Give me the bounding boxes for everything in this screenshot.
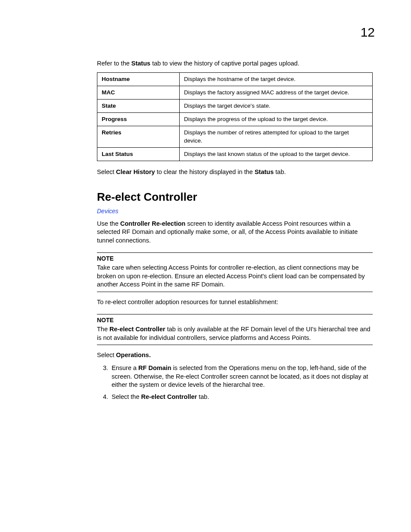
section-heading: Re-elect Controller xyxy=(97,190,373,205)
steps-list: Ensure a RF Domain is selected from the … xyxy=(97,364,373,401)
text: tab. xyxy=(274,168,286,175)
text: Use the xyxy=(97,220,120,227)
table-value: Displays the hostname of the target devi… xyxy=(180,72,373,86)
table-value: Displays the number of retires attempted… xyxy=(180,126,373,147)
page-content: Refer to the Status tab to view the hist… xyxy=(97,59,373,404)
text: Ensure a xyxy=(112,364,138,371)
table-value: Displays the progress of the upload to t… xyxy=(180,113,373,126)
table-row: Hostname Displays the hostname of the ta… xyxy=(97,72,373,86)
step-item: Ensure a RF Domain is selected from the … xyxy=(110,364,373,389)
note-label: NOTE xyxy=(97,316,373,324)
note-label: NOTE xyxy=(97,255,373,263)
table-key: MAC xyxy=(97,86,180,99)
table-key: Hostname xyxy=(97,72,180,86)
reelect-controller-ref: Re-elect Controller xyxy=(109,326,165,333)
devices-link[interactable]: Devices xyxy=(97,207,373,215)
table-key: Last Status xyxy=(97,147,180,161)
status-tab-ref: Status xyxy=(131,60,150,67)
table-key: State xyxy=(97,100,180,113)
table-row: Last Status Displays the last known stat… xyxy=(97,147,373,161)
clear-history-ref: Clear History xyxy=(116,168,155,175)
table-row: State Displays the target device's state… xyxy=(97,100,373,113)
status-tab-ref: Status xyxy=(255,168,274,175)
table-value: Displays the target device's state. xyxy=(180,100,373,113)
table-row: Retries Displays the number of retires a… xyxy=(97,126,373,147)
note-block: NOTE The Re-elect Controller tab is only… xyxy=(97,314,373,345)
text: Select xyxy=(97,352,116,358)
table-row: MAC Displays the factory assigned MAC ad… xyxy=(97,86,373,99)
text: tab. xyxy=(197,393,209,400)
section-intro-paragraph: Use the Controller Re-election screen to… xyxy=(97,220,373,245)
rf-domain-ref: RF Domain xyxy=(138,364,171,371)
controller-reelection-ref: Controller Re-election xyxy=(120,220,185,227)
step-item: Select the Re-elect Controller tab. xyxy=(110,393,373,401)
table-value: Displays the factory assigned MAC addres… xyxy=(180,86,373,99)
document-page: 12 Refer to the Status tab to view the h… xyxy=(0,0,411,532)
operations-ref: Operations. xyxy=(116,352,151,358)
text: Select xyxy=(97,168,116,175)
note-block: NOTE Take care when selecting Access Poi… xyxy=(97,252,373,292)
text: Select the xyxy=(112,393,141,400)
status-fields-table: Hostname Displays the hostname of the ta… xyxy=(97,72,373,162)
intro-paragraph: Refer to the Status tab to view the hist… xyxy=(97,59,373,68)
select-operations-paragraph: Select Operations. xyxy=(97,351,373,360)
clear-history-paragraph: Select Clear History to clear the histor… xyxy=(97,168,373,177)
text: Refer to the xyxy=(97,60,131,67)
page-number: 12 xyxy=(361,25,375,40)
note-text: The Re-elect Controller tab is only avai… xyxy=(97,325,373,342)
table-row: Progress Displays the progress of the up… xyxy=(97,113,373,126)
reelect-controller-ref: Re-elect Controller xyxy=(141,393,197,400)
note-text: Take care when selecting Access Points f… xyxy=(97,264,373,289)
text: The xyxy=(97,326,109,333)
mid-paragraph: To re-elect controller adoption resource… xyxy=(97,298,373,307)
text: tab to view the history of captive porta… xyxy=(150,60,299,67)
text: to clear the history displayed in the xyxy=(155,168,255,175)
table-value: Displays the last known status of the up… xyxy=(180,147,373,161)
table-key: Progress xyxy=(97,113,180,126)
table-key: Retries xyxy=(97,126,180,147)
